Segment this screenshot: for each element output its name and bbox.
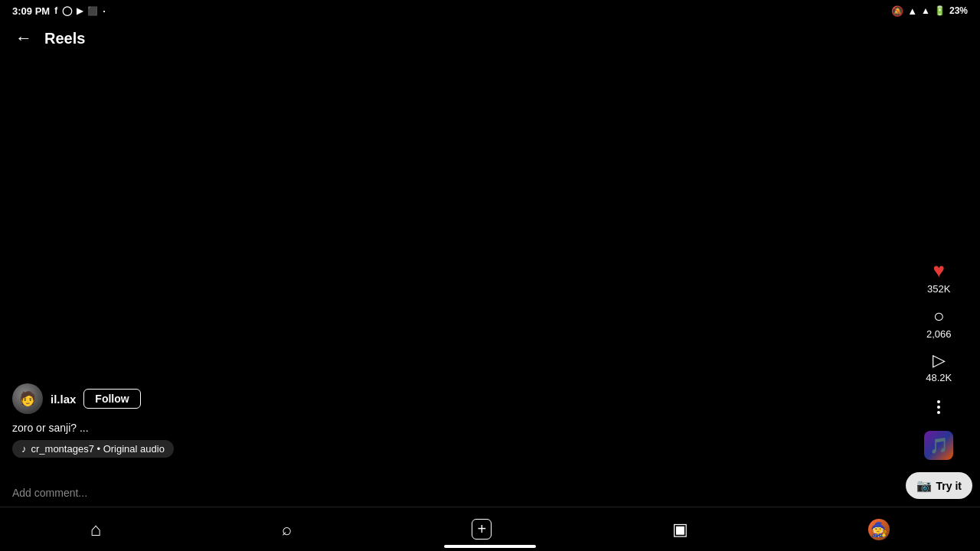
comment-area: Add comment... (0, 482, 980, 504)
status-time: 3:09 PM f ◯ ▶ ⬛ · (12, 5, 106, 17)
share-icon: ▷ (933, 352, 946, 369)
add-icon: + (472, 519, 492, 540)
nav-home[interactable]: ⌂ (75, 514, 117, 545)
profile-avatar-icon: 🧙 (868, 519, 890, 540)
wifi-icon: ▲ (907, 5, 917, 17)
page-title: Reels (44, 30, 85, 47)
status-icons: 🔕 ▲ ▲ 🔋 23% (891, 5, 968, 17)
comment-action[interactable]: ○ 2,066 (926, 307, 952, 340)
home-indicator (444, 545, 536, 548)
user-row: 🧑 il.lax Follow (12, 383, 906, 414)
caption: zoro or sanji? ... (12, 422, 906, 434)
home-icon: ⌂ (90, 519, 102, 540)
time-label: 3:09 PM (12, 5, 50, 17)
audio-art-icon: 🎵 (929, 436, 949, 455)
more-action[interactable] (937, 396, 940, 419)
nav-search[interactable]: ⌕ (266, 515, 307, 544)
avatar-image: 🧑 (12, 383, 43, 414)
comment-placeholder[interactable]: Add comment... (12, 487, 968, 499)
youtube-icon: ▶ (77, 6, 83, 16)
follow-button[interactable]: Follow (83, 389, 140, 409)
comment-input-row: Add comment... (12, 487, 968, 499)
reels-icon: ▣ (672, 520, 688, 540)
audio-thumbnail[interactable]: 🎵 (924, 431, 953, 460)
audio-tag[interactable]: ♪ cr_montages7 • Original audio (12, 440, 174, 458)
fb-icon: f (54, 5, 57, 16)
mute-icon: 🔕 (891, 5, 903, 17)
battery-icon: 🔋 (934, 5, 946, 16)
avatar[interactable]: 🧑 (12, 383, 43, 414)
instagram-icon: ◯ (62, 5, 72, 16)
audio-label: cr_montages7 • Original audio (31, 443, 165, 455)
back-icon: ← (15, 28, 32, 47)
top-header: ← Reels (0, 21, 980, 55)
like-action[interactable]: ♥ 352K (927, 260, 950, 295)
search-icon: ⌕ (282, 520, 292, 540)
share-action[interactable]: ▷ 48.2K (926, 352, 952, 383)
status-bar: 3:09 PM f ◯ ▶ ⬛ · 🔕 ▲ ▲ 🔋 23% (0, 0, 980, 21)
nav-profile[interactable]: 🧙 (853, 514, 905, 545)
nav-add[interactable]: + (456, 514, 507, 544)
bottom-info: 🧑 il.lax Follow zoro or sanji? ... ♪ cr_… (0, 383, 919, 467)
like-count: 352K (927, 283, 950, 295)
nav-reels[interactable]: ▣ (657, 515, 704, 544)
back-button[interactable]: ← (12, 25, 35, 51)
video-area (0, 0, 980, 551)
comment-count: 2,066 (926, 328, 952, 340)
comment-icon: ○ (933, 307, 945, 325)
more-dots-icon (937, 396, 940, 419)
username[interactable]: il.lax (51, 393, 76, 406)
extra-icon: ⬛ (87, 6, 98, 16)
share-count: 48.2K (926, 372, 952, 383)
battery-percent: 23% (949, 5, 968, 16)
music-note-icon: ♪ (21, 443, 27, 455)
heart-icon: ♥ (933, 260, 945, 280)
dot-icon: · (103, 5, 106, 17)
signal-icon: ▲ (921, 5, 930, 16)
